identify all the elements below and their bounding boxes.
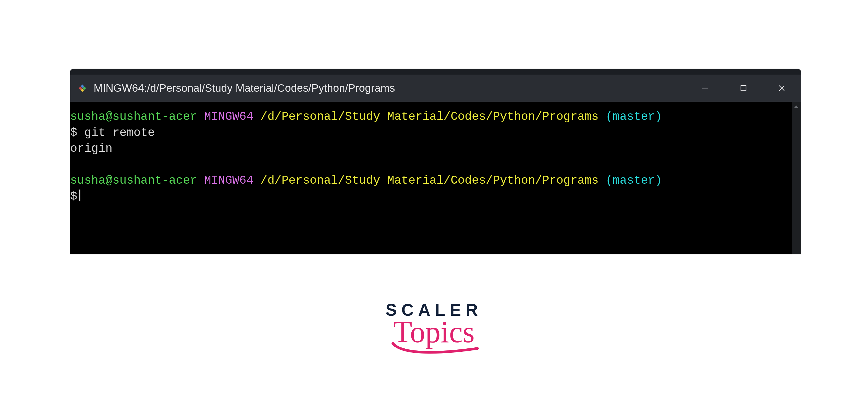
- prompt-path: /d/Personal/Study Material/Codes/Python/…: [260, 174, 598, 187]
- svg-marker-8: [794, 106, 799, 108]
- prompt-host: MINGW64: [204, 110, 253, 123]
- window-controls: [686, 75, 801, 102]
- svg-rect-0: [81, 85, 84, 88]
- command-1: git remote: [84, 126, 155, 140]
- brand-underline-icon: [388, 341, 480, 359]
- output-1: origin: [70, 142, 113, 155]
- prompt-user: susha@sushant-acer: [70, 174, 197, 187]
- terminal-viewport: susha@sushant-acer MINGW64 /d/Personal/S…: [70, 102, 801, 254]
- terminal-window: MINGW64:/d/Personal/Study Material/Codes…: [70, 69, 801, 254]
- minimize-button[interactable]: [686, 75, 724, 102]
- svg-rect-2: [79, 87, 82, 90]
- maximize-button[interactable]: [724, 75, 763, 102]
- prompt-host: MINGW64: [204, 174, 253, 187]
- scroll-up-icon[interactable]: [792, 103, 801, 110]
- prompt-branch: (master): [606, 110, 662, 123]
- prompt-branch: (master): [606, 174, 662, 187]
- svg-rect-5: [741, 86, 746, 91]
- titlebar[interactable]: MINGW64:/d/Personal/Study Material/Codes…: [70, 75, 801, 102]
- brand-logo: SCALER Topics: [345, 301, 523, 352]
- text-cursor: [80, 189, 81, 201]
- prompt-user: susha@sushant-acer: [70, 110, 197, 123]
- prompt-symbol: $: [70, 126, 77, 140]
- tab-strip: [70, 69, 801, 75]
- terminal-output[interactable]: susha@sushant-acer MINGW64 /d/Personal/S…: [70, 102, 792, 254]
- window-title: MINGW64:/d/Personal/Study Material/Codes…: [94, 82, 686, 94]
- scrollbar-track[interactable]: [792, 102, 801, 254]
- close-button[interactable]: [763, 75, 801, 102]
- svg-rect-3: [81, 88, 84, 92]
- prompt-path: /d/Personal/Study Material/Codes/Python/…: [260, 110, 598, 123]
- prompt-symbol: $: [70, 190, 77, 203]
- svg-rect-1: [83, 87, 86, 90]
- mingw-logo-icon: [77, 83, 88, 93]
